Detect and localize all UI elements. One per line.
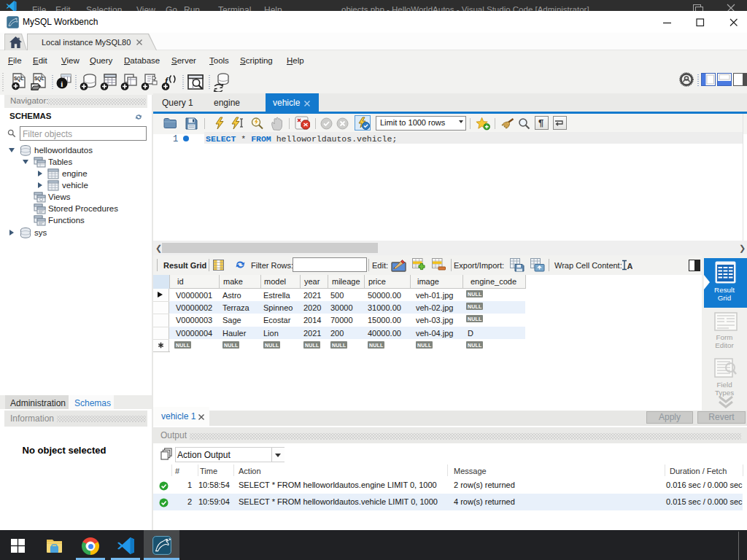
svg-text:A: A <box>627 262 633 271</box>
svg-text:SQL: SQL <box>14 76 23 82</box>
svg-text:SQL: SQL <box>34 76 44 82</box>
svg-text:i: i <box>61 79 63 88</box>
